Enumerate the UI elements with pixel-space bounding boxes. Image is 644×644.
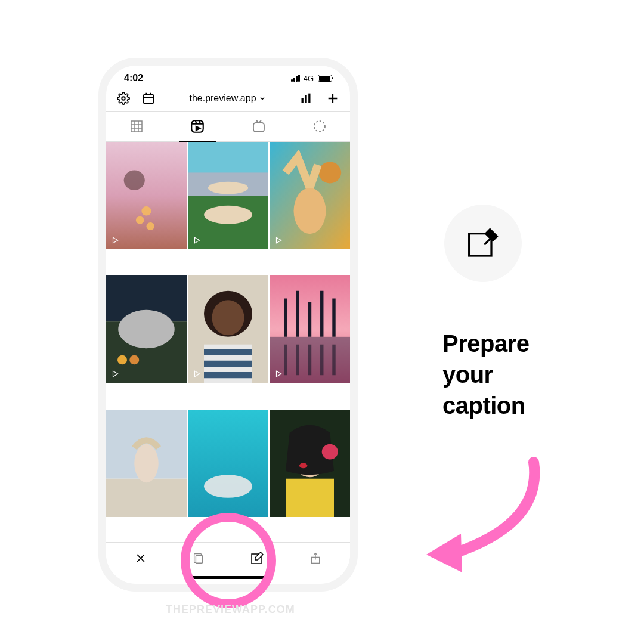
analytics-icon[interactable] [300,92,312,104]
tab-stories[interactable] [289,112,350,141]
network-label: 4G [304,74,314,83]
grid-item[interactable] [270,410,350,517]
callout-text: Prepare your caption [442,328,529,421]
play-icon [111,236,119,244]
svg-point-46 [212,300,244,335]
tab-grid[interactable] [106,112,167,141]
grid-item[interactable] [188,142,268,249]
account-switcher[interactable]: the.preview.app [189,93,265,104]
copy-icon[interactable] [192,552,205,565]
svg-rect-64 [196,555,202,563]
svg-point-32 [204,206,252,224]
battery-icon [318,75,332,82]
tab-reels[interactable] [167,112,228,141]
svg-rect-10 [131,121,142,132]
svg-point-54 [134,444,159,482]
caption-edit-icon[interactable] [250,551,264,565]
account-name-label: the.preview.app [189,93,256,104]
svg-rect-6 [305,95,306,103]
svg-rect-53 [106,478,187,516]
close-icon[interactable] [135,552,147,564]
svg-point-31 [208,182,249,194]
svg-rect-20 [253,123,264,132]
svg-point-41 [117,355,127,364]
svg-marker-33 [195,237,200,243]
play-icon [274,370,283,378]
watermark: THEPREVIEWAPP.COM [166,603,295,616]
status-right: 4G [291,74,332,83]
chevron-down-icon [259,95,266,102]
svg-point-25 [136,216,144,224]
phone-screen: 4:02 4G the.preview.app [106,66,350,584]
callout-line: Prepare [442,328,529,359]
svg-point-35 [318,162,341,183]
svg-rect-55 [188,410,268,517]
bottom-toolbar [106,542,350,570]
arrow-icon [414,453,558,578]
callout-icon-circle [444,205,522,282]
svg-marker-48 [195,371,200,377]
play-icon [111,370,119,378]
share-icon[interactable] [309,552,321,565]
calendar-icon[interactable] [142,92,155,105]
content-grid [106,142,350,542]
svg-marker-19 [196,126,200,131]
signal-icon [291,75,300,82]
svg-point-23 [124,171,145,190]
play-icon [193,236,201,244]
svg-point-59 [322,444,338,460]
svg-rect-5 [301,98,303,103]
svg-point-26 [147,222,155,230]
settings-icon[interactable] [117,92,130,105]
svg-point-0 [122,97,125,100]
svg-point-21 [314,121,325,132]
tab-igtv[interactable] [228,112,289,141]
svg-point-61 [299,463,308,468]
svg-point-36 [294,188,326,234]
svg-marker-43 [113,371,118,377]
callout-line: caption [442,390,529,421]
grid-item[interactable] [270,142,350,249]
content-tabs [106,111,350,142]
grid-item[interactable] [188,275,268,383]
svg-rect-7 [308,94,310,103]
svg-marker-37 [277,237,281,243]
svg-point-24 [141,206,151,215]
play-icon [274,236,283,244]
play-icon [193,370,201,378]
svg-marker-51 [277,371,281,377]
svg-point-40 [118,310,175,348]
callout-line: your [442,359,529,390]
grid-item[interactable] [270,275,350,383]
status-time: 4:02 [124,73,143,83]
svg-rect-1 [144,95,154,104]
grid-item[interactable] [106,142,187,249]
grid-item[interactable] [106,275,187,383]
svg-rect-60 [286,478,334,516]
svg-rect-22 [106,142,187,249]
add-icon[interactable] [326,92,339,105]
svg-point-56 [204,475,252,498]
edit-icon [466,227,500,260]
grid-item[interactable] [106,410,187,517]
phone-frame: 4:02 4G the.preview.app [98,58,358,592]
svg-point-42 [129,355,139,364]
svg-marker-27 [113,237,118,243]
grid-item[interactable] [188,410,268,517]
home-indicator [187,576,270,579]
status-bar: 4:02 4G [106,66,350,87]
app-header: the.preview.app [106,87,350,111]
